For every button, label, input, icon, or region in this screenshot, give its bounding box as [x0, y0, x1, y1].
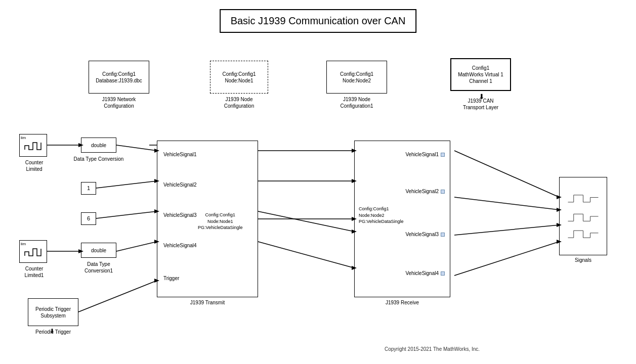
j1939-receive-block[interactable]: VehicleSignal1 VehicleSignal2 VehicleSig… — [354, 141, 450, 297]
rx-signal1-label: VehicleSignal1 — [405, 151, 439, 158]
j1939-node-config1-block[interactable]: Config:Config1Node:Node2 — [326, 61, 387, 94]
data-type-conv-label: Data Type Conversion — [73, 156, 124, 162]
j1939-network-config-text: Config:Config1Database:J1939.dbc — [96, 71, 142, 84]
counter-waveform1 — [24, 245, 43, 259]
j1939-node-config-text: Config:Config1Node:Node1 — [222, 71, 256, 84]
counter-limited1-label: CounterLimited1 — [15, 265, 53, 279]
signals-label: Signals — [559, 257, 607, 263]
j1939-network-config-label: J1939 NetworkConfiguration — [89, 96, 149, 109]
j1939-transmit-block[interactable]: VehicleSignal1 VehicleSignal2 VehicleSig… — [157, 141, 258, 297]
rx-signal4-area: VehicleSignal4 — [405, 270, 445, 277]
tx-signal1-label: VehicleSignal1 — [163, 151, 197, 158]
periodic-trigger-label: Periodic Trigger — [28, 329, 78, 335]
data-type-conv1-label: Data Type Conversion1 — [73, 261, 124, 274]
const6-block[interactable]: 6 — [81, 212, 96, 225]
j1939-can-transport-block[interactable]: Config1MathWorks Virtual 1Channel 1 — [450, 58, 511, 91]
counter-lim-label: lim — [21, 135, 26, 141]
rx-signal3-label: VehicleSignal3 — [405, 231, 439, 238]
tx-trigger-label: Trigger — [163, 275, 179, 282]
data-type-conv-text: double — [91, 142, 106, 149]
const1-text: 1 — [87, 185, 90, 192]
copyright-text: Copyright 2015-2021 The MathWorks, Inc. — [385, 346, 480, 352]
svg-line-17 — [454, 151, 559, 197]
rx-port4 — [441, 271, 445, 276]
svg-line-19 — [454, 197, 559, 210]
j1939-node-config1-text: Config:Config1Node:Node2 — [340, 71, 373, 84]
counter-limited-label: CounterLimited — [15, 159, 53, 172]
rx-port1 — [441, 153, 445, 157]
rx-signal2-area: VehicleSignal2 — [405, 188, 445, 195]
diagram-title: Basic J1939 Communication over CAN — [220, 9, 417, 33]
signals-block[interactable] — [559, 177, 607, 255]
svg-line-23 — [454, 242, 559, 276]
j1939-node-config-label: J1939 NodeConfiguration — [210, 96, 268, 109]
rx-port3 — [441, 233, 445, 237]
data-type-conv-block[interactable]: double — [81, 138, 116, 153]
svg-line-3 — [116, 145, 157, 151]
rx-signal1-area: VehicleSignal1 — [405, 151, 445, 158]
svg-line-21 — [454, 225, 559, 235]
rx-port2 — [441, 190, 445, 194]
const6-text: 6 — [87, 215, 90, 222]
j1939-receive-label: J1939 Receive — [374, 299, 430, 306]
svg-line-30 — [258, 211, 354, 232]
tx-config-text: Config:Config1Node:Node1PG:VehicleDataSi… — [198, 212, 243, 231]
svg-line-13 — [78, 281, 157, 312]
counter-limited-block[interactable]: lim — [19, 134, 47, 157]
j1939-node-config1-label: J1939 NodeConfiguration1 — [326, 96, 387, 109]
scope-display — [564, 184, 602, 249]
periodic-trigger-text: Periodic TriggerSubsystem — [35, 306, 71, 319]
counter-lim1-label: lim — [21, 242, 26, 247]
data-type-conv1-text: double — [91, 247, 106, 254]
rx-signal4-label: VehicleSignal4 — [405, 270, 439, 277]
rx-signal3-area: VehicleSignal3 — [405, 231, 445, 238]
tx-signal3-label: VehicleSignal3 — [163, 212, 197, 218]
diagram-container: Basic J1939 Communication over CAN Confi… — [0, 0, 636, 364]
j1939-transmit-label: J1939 Transmit — [167, 299, 248, 306]
j1939-network-config-block[interactable]: Config:Config1Database:J1939.dbc — [89, 61, 149, 94]
const1-block[interactable]: 1 — [81, 182, 96, 195]
svg-line-5 — [96, 181, 157, 188]
counter-limited1-block[interactable]: lim — [19, 240, 47, 263]
rx-config-text: Config:Config1Node:Node2PG:VehicleDataSi… — [359, 206, 404, 225]
j1939-can-transport-label: J1939 CANTransport Layer — [450, 98, 511, 111]
svg-line-7 — [96, 211, 157, 218]
tx-signal2-label: VehicleSignal2 — [163, 181, 197, 188]
j1939-node-config-block[interactable]: Config:Config1Node:Node1 — [210, 61, 268, 94]
svg-line-11 — [116, 242, 157, 251]
tx-signal4-label: VehicleSignal4 — [163, 242, 197, 249]
j1939-can-transport-text: Config1MathWorks Virtual 1Channel 1 — [458, 65, 503, 84]
periodic-trigger-block[interactable]: Periodic TriggerSubsystem — [28, 298, 78, 326]
rx-signal2-label: VehicleSignal2 — [405, 188, 439, 195]
counter-waveform — [24, 139, 43, 153]
svg-line-32 — [258, 242, 354, 268]
data-type-conv1-block[interactable]: double — [81, 243, 116, 258]
